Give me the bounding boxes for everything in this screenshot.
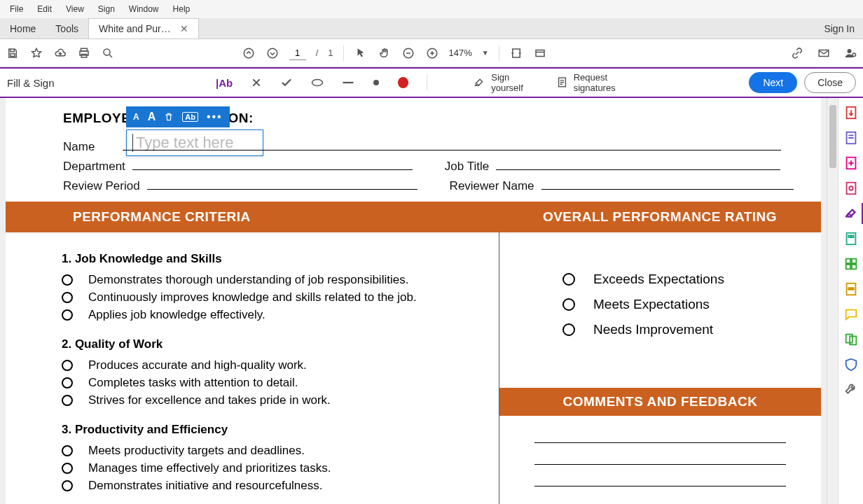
signin-link[interactable]: Sign In	[824, 23, 855, 34]
fillsign-tool-icon[interactable]	[843, 206, 859, 221]
criteria-bullet[interactable]	[62, 309, 73, 321]
svg-rect-32	[848, 288, 853, 290]
share-comment-icon[interactable]	[843, 307, 859, 322]
criteria-bullet[interactable]	[62, 377, 73, 388]
rating-bullet[interactable]	[562, 323, 575, 336]
next-button[interactable]: Next	[749, 72, 797, 93]
svg-rect-30	[851, 265, 855, 269]
rating-bullet[interactable]	[562, 298, 575, 311]
tab-tools[interactable]: Tools	[46, 18, 88, 38]
sign-yourself-button[interactable]: Sign yourself	[474, 72, 540, 93]
mail-icon[interactable]	[817, 46, 831, 60]
redact-icon[interactable]	[843, 281, 859, 297]
criteria-text: Produces accurate and high-quality work.	[88, 358, 307, 372]
comment-lines	[534, 442, 786, 486]
zoom-in-icon[interactable]	[425, 46, 439, 60]
page-down-icon[interactable]	[265, 46, 279, 60]
create-pdf-icon[interactable]	[843, 155, 859, 171]
criteria-bullet[interactable]	[62, 360, 73, 371]
svg-point-14	[847, 49, 851, 53]
request-signatures-label: Request signatures	[574, 72, 647, 93]
menu-file[interactable]: File	[3, 1, 30, 17]
menu-edit[interactable]: Edit	[30, 1, 59, 17]
decrease-text-icon[interactable]: A	[133, 112, 139, 122]
hand-icon[interactable]	[378, 46, 392, 60]
compress-icon[interactable]	[843, 256, 859, 272]
user-icon[interactable]	[843, 46, 857, 60]
page-current-input[interactable]	[289, 46, 306, 60]
menu-window[interactable]: Window	[122, 1, 166, 17]
export-pdf-icon[interactable]	[843, 105, 859, 120]
request-signatures-button[interactable]: Request signatures	[556, 72, 647, 93]
input-line-job-title[interactable]	[496, 169, 780, 170]
cross-tool[interactable]	[251, 77, 262, 88]
vertical-scrollbar[interactable]	[827, 98, 838, 504]
document-viewport[interactable]: EMPLOYE E INFORMATI ON: A A Ab ••• Type …	[0, 98, 827, 504]
text-properties-icon[interactable]: Ab	[182, 112, 198, 122]
link-icon[interactable]	[790, 46, 804, 60]
svg-point-6	[104, 49, 110, 55]
menu-help[interactable]: Help	[166, 1, 198, 17]
criteria-bullet[interactable]	[62, 445, 73, 456]
save-icon[interactable]	[6, 46, 20, 60]
close-button[interactable]: Close	[804, 72, 856, 93]
check-tool[interactable]	[280, 76, 293, 89]
svg-point-7	[244, 48, 254, 58]
comment-line[interactable]	[534, 464, 786, 465]
organize-icon[interactable]	[843, 231, 859, 246]
menu-view[interactable]: View	[59, 1, 91, 17]
criteria-bullet[interactable]	[62, 480, 73, 491]
search-icon[interactable]	[101, 46, 115, 60]
dot-tool[interactable]	[373, 79, 380, 86]
input-line-department[interactable]	[132, 169, 413, 170]
star-icon[interactable]	[29, 46, 43, 60]
page-total: 1	[328, 48, 333, 58]
tab-close-icon[interactable]: ✕	[180, 23, 188, 34]
comment-line[interactable]	[534, 486, 786, 486]
line-tool[interactable]	[342, 80, 354, 85]
combine-icon[interactable]	[843, 332, 859, 347]
print-icon[interactable]	[77, 46, 91, 60]
edit-pdf-icon[interactable]	[843, 130, 859, 146]
zoom-out-icon[interactable]	[401, 46, 415, 60]
toolbar: / 1 147% ▼	[0, 39, 863, 67]
comment-tool-icon[interactable]	[843, 181, 859, 196]
zoom-dropdown-icon[interactable]: ▼	[482, 49, 489, 57]
color-picker-tool[interactable]	[398, 77, 408, 88]
rating-bullet[interactable]	[562, 273, 575, 286]
input-line-review-period[interactable]	[147, 189, 417, 190]
svg-rect-29	[845, 265, 850, 269]
criteria-bullet[interactable]	[62, 463, 73, 474]
cloud-icon[interactable]	[53, 46, 67, 60]
input-line-name[interactable]	[123, 150, 781, 150]
criteria-bullet[interactable]	[62, 292, 73, 303]
increase-text-icon[interactable]: A	[148, 111, 156, 123]
page-up-icon[interactable]	[242, 46, 256, 60]
fit-width-icon[interactable]	[509, 46, 523, 60]
field-row-name: Name	[63, 140, 781, 154]
delete-text-icon[interactable]	[164, 111, 174, 122]
comment-line[interactable]	[534, 442, 786, 443]
tab-home[interactable]: Home	[0, 18, 46, 38]
criteria-bullet[interactable]	[62, 274, 73, 286]
criteria-bullet[interactable]	[62, 395, 73, 406]
more-tools-icon[interactable]	[843, 382, 859, 398]
protect-icon[interactable]	[843, 357, 859, 372]
sign-icon	[474, 76, 485, 89]
criteria-title-2: 2. Quality of Work	[62, 337, 471, 351]
circle-tool[interactable]	[311, 78, 324, 88]
scrollbar-thumb[interactable]	[829, 105, 836, 168]
more-options-icon[interactable]: •••	[207, 111, 223, 123]
label-reviewer-name: Reviewer Name	[450, 179, 534, 193]
svg-rect-2	[11, 53, 15, 56]
pointer-icon[interactable]	[354, 46, 368, 60]
criteria-text: Strives for excellence and takes pride i…	[88, 393, 331, 407]
right-tool-panel	[838, 98, 863, 504]
menu-sign[interactable]: Sign	[91, 1, 122, 17]
input-line-reviewer-name[interactable]	[541, 189, 794, 190]
tab-document[interactable]: White and Purple Si... ✕	[88, 18, 199, 38]
rating-column: Exceeds Expectations Meets Expectations …	[499, 232, 821, 504]
tab-document-label: White and Purple Si...	[99, 23, 176, 34]
page-display-icon[interactable]	[533, 46, 547, 60]
add-text-tool[interactable]: |Ab	[216, 77, 233, 89]
